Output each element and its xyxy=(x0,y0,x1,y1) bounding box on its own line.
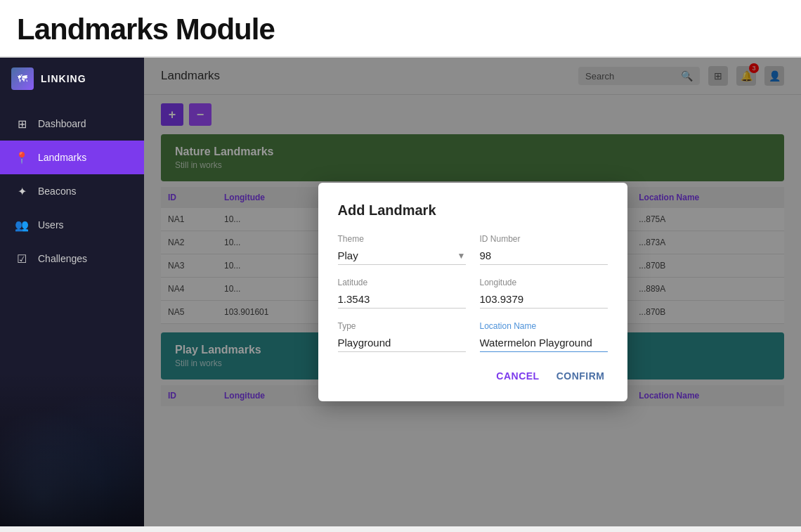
theme-select-wrapper: Play Nature Culture ▼ xyxy=(338,247,466,265)
longitude-label: Longitude xyxy=(480,278,608,287)
id-number-field-group: ID Number xyxy=(480,234,608,265)
add-landmark-modal: Add Landmark Theme Play Nature Culture ▼ xyxy=(318,183,627,401)
location-name-input[interactable] xyxy=(480,334,608,352)
type-field-group: Type xyxy=(338,321,466,352)
location-name-label: Location Name xyxy=(480,321,608,331)
longitude-input[interactable] xyxy=(480,290,608,309)
form-row-3: Type Location Name xyxy=(338,321,608,352)
sidebar: 🗺 LINKING ⊞ Dashboard 📍 Landmarks ✦ Beac… xyxy=(0,58,144,526)
app-name: LINKING xyxy=(41,73,86,84)
type-label: Type xyxy=(338,321,466,331)
location-name-field-group: Location Name xyxy=(480,321,608,352)
sidebar-item-label: Challenges xyxy=(38,253,87,264)
sidebar-item-label: Dashboard xyxy=(38,118,86,129)
latitude-field-group: Latitude xyxy=(338,278,466,309)
theme-label: Theme xyxy=(338,234,466,244)
id-number-input[interactable] xyxy=(480,247,608,265)
challenges-icon: ☑ xyxy=(14,251,30,266)
confirm-button[interactable]: CONFIRM xyxy=(554,365,608,387)
modal-title: Add Landmark xyxy=(338,202,608,219)
top-banner: Landmarks Module xyxy=(0,0,801,58)
latitude-label: Latitude xyxy=(338,278,466,287)
id-number-label: ID Number xyxy=(480,234,608,244)
page-title: Landmarks Module xyxy=(17,13,784,46)
sidebar-item-beacons[interactable]: ✦ Beacons xyxy=(0,174,144,208)
app-logo: 🗺 xyxy=(11,67,34,90)
modal-overlay: Add Landmark Theme Play Nature Culture ▼ xyxy=(144,58,801,526)
latitude-input[interactable] xyxy=(338,290,466,309)
longitude-field-group: Longitude xyxy=(480,278,608,309)
sidebar-item-label: Users xyxy=(38,219,64,231)
sidebar-header: 🗺 LINKING xyxy=(0,58,144,100)
type-input[interactable] xyxy=(338,334,466,352)
main-layout: 🗺 LINKING ⊞ Dashboard 📍 Landmarks ✦ Beac… xyxy=(0,58,801,526)
form-row-1: Theme Play Nature Culture ▼ ID Number xyxy=(338,234,608,265)
form-row-2: Latitude Longitude xyxy=(338,278,608,309)
sidebar-item-challenges[interactable]: ☑ Challenges xyxy=(0,242,144,275)
sidebar-item-dashboard[interactable]: ⊞ Dashboard xyxy=(0,107,144,141)
cancel-button[interactable]: CANCEL xyxy=(493,365,542,387)
sidebar-item-users[interactable]: 👥 Users xyxy=(0,208,144,242)
sidebar-item-label: Landmarks xyxy=(38,152,86,163)
sidebar-item-landmarks[interactable]: 📍 Landmarks xyxy=(0,141,144,174)
logo-icon: 🗺 xyxy=(18,73,27,84)
content-area: Landmarks 🔍 ⊞ 🔔 3 👤 + − xyxy=(144,58,801,526)
dashboard-icon: ⊞ xyxy=(14,116,30,131)
theme-select[interactable]: Play Nature Culture xyxy=(338,247,466,265)
modal-actions: CANCEL CONFIRM xyxy=(338,365,608,387)
sidebar-item-label: Beacons xyxy=(38,186,76,197)
beacons-icon: ✦ xyxy=(14,183,30,199)
sidebar-nav: ⊞ Dashboard 📍 Landmarks ✦ Beacons 👥 User… xyxy=(0,100,144,526)
users-icon: 👥 xyxy=(14,217,30,233)
landmarks-icon: 📍 xyxy=(14,150,30,165)
theme-field-group: Theme Play Nature Culture ▼ xyxy=(338,234,466,265)
